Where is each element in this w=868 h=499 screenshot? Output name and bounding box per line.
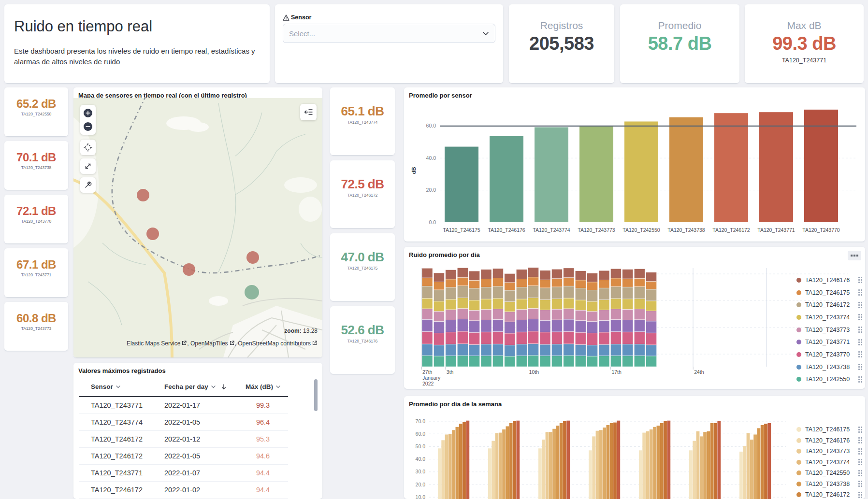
sensor-select[interactable]: Select... (283, 24, 495, 43)
weekday-avg-chart[interactable]: 10.020.030.040.050.060.070.0 (404, 396, 865, 499)
column-header-fecha[interactable]: Fecha per day (153, 383, 238, 390)
svg-text:TA120_T243773: TA120_T243773 (578, 227, 615, 233)
legend-label: TA120_T243774 (805, 459, 855, 466)
weekday-avg-legend: TA120_T246175 TA120_T246176 TA120_T24377… (796, 424, 862, 499)
legend-color-dot (796, 470, 801, 475)
legend-actions-icon[interactable] (858, 277, 862, 283)
column-header-sensor[interactable]: Sensor (79, 383, 153, 390)
cell-sensor: TA120_T243774 (79, 418, 153, 426)
cell-sensor: TA120_T243771 (79, 401, 153, 409)
map-fullscreen-button[interactable] (80, 158, 96, 174)
map-zoom-label: zoom: (284, 328, 301, 334)
attribution-link[interactable]: OpenMapTiles (190, 340, 228, 347)
sensor-metric-card: 60.8 dB TA120_T243773 (4, 302, 68, 351)
legend-label: TA120_T246176 (805, 277, 855, 284)
legend-item[interactable]: TA120_T242550 (796, 373, 862, 386)
legend-color-dot (796, 460, 801, 465)
legend-actions-icon[interactable] (858, 289, 862, 296)
metric-value: 205,583 (529, 33, 594, 54)
legend-label: TA120_T243773 (805, 448, 855, 455)
sensor-metric-card: 72.5 dB TA120_T246172 (330, 160, 395, 228)
page-title: Ruido en tiempo real (14, 18, 270, 35)
sensor-metric-name: TA120_T246176 (330, 339, 395, 343)
sensor-metric-card: 72.1 dB TA120_T243770 (4, 195, 68, 243)
legend-item[interactable]: TA120_T243771 (796, 336, 862, 348)
table-row: TA120_T246172 2022-01-02 94.4 (79, 482, 288, 499)
legend-actions-icon[interactable] (858, 314, 862, 320)
map-panel: Mapa de sensores en tiempo real (con el … (73, 87, 322, 357)
legend-item[interactable]: TA120_T243770 (796, 348, 862, 361)
legend-label: TA120_T243771 (805, 339, 855, 345)
max-values-panel-title: Valores máximos registrados (73, 363, 322, 376)
legend-actions-icon[interactable] (858, 481, 862, 487)
legend-item[interactable]: TA120_T243774 (796, 311, 862, 324)
legend-item[interactable]: TA120_T243738 (796, 361, 862, 373)
sensor-metric-card: 52.6 dB TA120_T246176 (330, 306, 395, 374)
legend-item[interactable]: TA120_T246172 (796, 299, 862, 311)
legend-label: TA120_T243773 (805, 327, 855, 333)
table-row: TA120_T246172 2022-01-12 95.3 (79, 431, 288, 448)
map-tools-button[interactable] (80, 177, 96, 193)
legend-actions-icon[interactable] (858, 327, 862, 333)
sensor-filter-label-text: Sensor (291, 14, 311, 21)
map-sensor-marker[interactable] (246, 251, 259, 264)
legend-actions-icon[interactable] (858, 492, 862, 498)
map-sensor-marker[interactable] (137, 189, 149, 201)
svg-text:40.0: 40.0 (426, 155, 436, 161)
svg-text:30.0: 30.0 (416, 469, 426, 474)
svg-text:10th: 10th (529, 369, 539, 375)
legend-item[interactable]: TA120_T243738 (796, 479, 862, 490)
cell-date: 2022-01-17 (153, 401, 238, 409)
legend-item[interactable]: TA120_T246175 (796, 424, 862, 435)
svg-text:24th: 24th (694, 369, 704, 375)
sensor-filter-label: Sensor (283, 14, 503, 21)
legend-item[interactable]: TA120_T243773 (796, 446, 862, 457)
legend-label: TA120_T246175 (805, 289, 855, 296)
svg-text:60.0: 60.0 (426, 123, 436, 128)
legend-item[interactable]: TA120_T243773 (796, 324, 862, 336)
legend-actions-icon[interactable] (858, 470, 862, 476)
chevron-down-icon (482, 31, 489, 36)
legend-actions-icon[interactable] (858, 302, 862, 308)
attribution-link[interactable]: OpenStreetMap contributors (238, 340, 311, 347)
legend-actions-icon[interactable] (858, 448, 862, 455)
metric-sublabel: TA120_T243771 (782, 57, 826, 64)
attribution-link[interactable]: Elastic Maps Service (127, 340, 180, 347)
collapse-legend-icon (304, 109, 313, 115)
legend-item[interactable]: TA120_T243774 (796, 457, 862, 468)
legend-item[interactable]: TA120_T242550 (796, 468, 862, 479)
dashboard-page: Ruido en tiempo real Este dashboard pres… (0, 0, 868, 499)
map-legend-toggle-button[interactable] (300, 104, 317, 120)
map-sensor-marker[interactable] (183, 263, 195, 276)
legend-actions-icon[interactable] (858, 364, 862, 370)
map-canvas[interactable] (73, 98, 322, 357)
legend-actions-icon[interactable] (858, 376, 862, 383)
svg-text:17th: 17th (611, 369, 622, 375)
legend-actions-icon[interactable] (858, 459, 862, 465)
zoom-in-button[interactable] (83, 108, 93, 118)
legend-item[interactable]: TA120_T246176 (796, 435, 862, 446)
daily-noise-chart[interactable]: 27th3th10th17th24thJanuary2022 (404, 247, 865, 391)
map-locate-button[interactable] (80, 140, 96, 155)
map-sensor-marker[interactable] (146, 228, 159, 240)
svg-text:TA120_T246175: TA120_T246175 (443, 227, 480, 233)
legend-label: TA120_T243738 (805, 364, 855, 371)
legend-item[interactable]: TA120_T246172 (796, 489, 862, 499)
external-link-icon (228, 340, 235, 347)
table-scrollbar[interactable] (314, 379, 318, 411)
avg-by-sensor-chart[interactable]: 0.020.040.060.0TA120_T246175TA120_T24617… (404, 87, 865, 243)
metric-label: Registros (540, 20, 583, 31)
sensor-metric-name: TA120_T246172 (330, 193, 395, 198)
legend-label: TA120_T242550 (805, 470, 855, 476)
metric-card-registros: Registros 205,583 (509, 4, 614, 83)
column-header-max[interactable]: Máx (dB) (238, 383, 288, 390)
cell-sensor: TA120_T243771 (79, 469, 153, 477)
legend-actions-icon[interactable] (858, 427, 862, 433)
legend-item[interactable]: TA120_T246176 (796, 274, 862, 286)
legend-actions-icon[interactable] (858, 351, 862, 357)
legend-item[interactable]: TA120_T246175 (796, 286, 862, 299)
map-sensor-marker[interactable] (245, 285, 259, 299)
zoom-out-button[interactable] (83, 122, 93, 131)
legend-actions-icon[interactable] (858, 339, 862, 345)
legend-actions-icon[interactable] (858, 437, 862, 443)
